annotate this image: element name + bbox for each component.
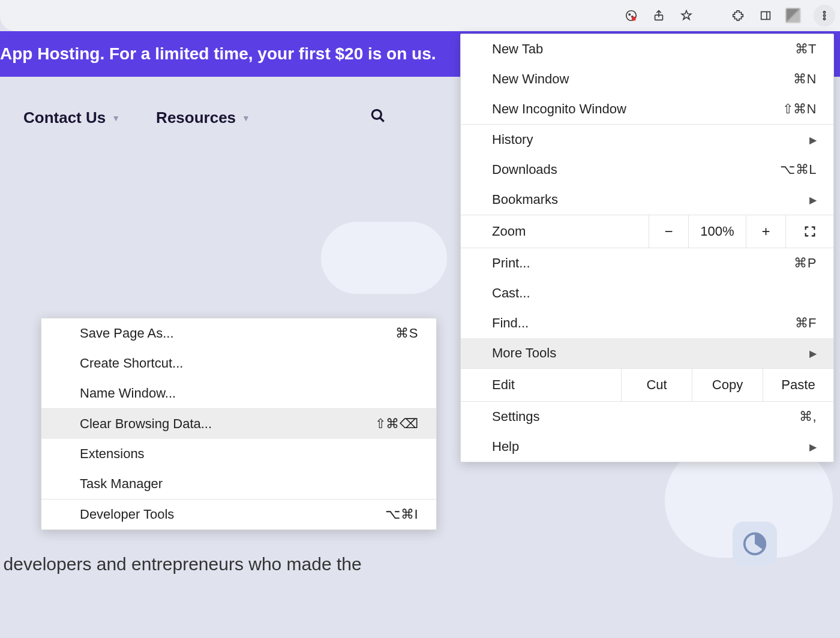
menu-item-name-window[interactable]: Name Window... bbox=[41, 378, 436, 408]
copy-button[interactable]: Copy bbox=[692, 369, 763, 401]
edit-label: Edit bbox=[461, 369, 621, 401]
menu-item-bookmarks[interactable]: Bookmarks▶ bbox=[461, 185, 833, 215]
cloud-decoration bbox=[321, 222, 447, 294]
menu-item-new-tab[interactable]: New Tab⌘T bbox=[461, 34, 833, 64]
site-nav: nts Contact Us▼ Resources▼ bbox=[0, 108, 386, 128]
nav-item[interactable]: Resources▼ bbox=[156, 109, 250, 127]
menu-item-save-page-as[interactable]: Save Page As...⌘S bbox=[41, 318, 436, 348]
menu-item-print[interactable]: Print...⌘P bbox=[461, 248, 833, 278]
menu-item-cast[interactable]: Cast... bbox=[461, 278, 833, 308]
chevron-right-icon: ▶ bbox=[809, 441, 817, 453]
fullscreen-icon[interactable] bbox=[785, 215, 833, 248]
share-icon[interactable] bbox=[652, 8, 666, 23]
cut-button[interactable]: Cut bbox=[621, 369, 692, 401]
svg-point-7 bbox=[823, 11, 825, 13]
shortcut: ⌥⌘L bbox=[780, 162, 817, 177]
analytics-icon bbox=[733, 522, 777, 566]
menu-edit-row: Edit Cut Copy Paste bbox=[461, 368, 833, 402]
shortcut: ⌘F bbox=[795, 315, 817, 331]
menu-item-help[interactable]: Help▶ bbox=[461, 432, 833, 462]
profile-avatar[interactable] bbox=[786, 8, 800, 23]
shortcut: ⇧⌘⌫ bbox=[375, 416, 419, 432]
zoom-percent: 100% bbox=[688, 215, 746, 248]
chevron-right-icon: ▶ bbox=[809, 134, 817, 146]
nav-item[interactable]: Contact Us▼ bbox=[23, 109, 120, 127]
browser-toolbar bbox=[0, 0, 840, 31]
menu-item-developer-tools[interactable]: Developer Tools⌥⌘I bbox=[41, 499, 436, 529]
extensions-icon[interactable] bbox=[731, 8, 745, 23]
shortcut: ⌘P bbox=[794, 255, 817, 271]
svg-point-1 bbox=[629, 14, 630, 15]
svg-point-8 bbox=[823, 14, 825, 16]
menu-item-create-shortcut[interactable]: Create Shortcut... bbox=[41, 348, 436, 378]
svg-point-10 bbox=[372, 110, 381, 119]
menu-item-extensions[interactable]: Extensions bbox=[41, 439, 436, 469]
menu-item-new-window[interactable]: New Window⌘N bbox=[461, 64, 833, 94]
svg-point-9 bbox=[823, 18, 825, 20]
menu-item-new-incognito-window[interactable]: New Incognito Window⇧⌘N bbox=[461, 94, 833, 124]
shortcut: ⌘N bbox=[793, 71, 817, 87]
menu-item-settings[interactable]: Settings⌘, bbox=[461, 402, 833, 432]
more-tools-submenu: Save Page As...⌘SCreate Shortcut...Name … bbox=[41, 318, 437, 530]
star-icon[interactable] bbox=[679, 8, 694, 23]
paste-button[interactable]: Paste bbox=[763, 369, 833, 401]
shortcut: ⇧⌘N bbox=[782, 101, 817, 117]
zoom-out-button[interactable]: − bbox=[649, 215, 688, 248]
menu-item-find[interactable]: Find...⌘F bbox=[461, 308, 833, 338]
caret-down-icon: ▼ bbox=[112, 113, 120, 123]
shortcut: ⌘S bbox=[395, 326, 418, 341]
menu-item-task-manager[interactable]: Task Manager bbox=[41, 469, 436, 499]
zoom-in-button[interactable]: + bbox=[746, 215, 785, 248]
shortcut: ⌥⌘I bbox=[385, 507, 418, 522]
menu-item-downloads[interactable]: Downloads⌥⌘L bbox=[461, 155, 833, 185]
side-panel-icon[interactable] bbox=[758, 8, 773, 23]
cookie-icon[interactable] bbox=[624, 8, 638, 23]
kebab-menu-icon[interactable] bbox=[814, 5, 835, 26]
search-icon[interactable] bbox=[370, 108, 386, 128]
shortcut: ⌘, bbox=[799, 409, 817, 425]
caret-down-icon: ▼ bbox=[242, 113, 250, 123]
zoom-label: Zoom bbox=[461, 215, 649, 248]
menu-zoom-row: Zoom − 100% + bbox=[461, 215, 833, 248]
shortcut: ⌘T bbox=[795, 41, 817, 57]
menu-item-more-tools[interactable]: More Tools▶ bbox=[461, 338, 833, 368]
menu-item-history[interactable]: History▶ bbox=[461, 125, 833, 155]
svg-line-11 bbox=[380, 118, 384, 122]
chrome-main-menu: New Tab⌘TNew Window⌘NNew Incognito Windo… bbox=[460, 34, 834, 462]
menu-item-clear-browsing-data[interactable]: Clear Browsing Data...⇧⌘⌫ bbox=[41, 409, 436, 439]
svg-rect-3 bbox=[632, 17, 635, 20]
chevron-right-icon: ▶ bbox=[809, 194, 817, 206]
chevron-right-icon: ▶ bbox=[809, 348, 817, 359]
svg-rect-5 bbox=[761, 12, 770, 20]
